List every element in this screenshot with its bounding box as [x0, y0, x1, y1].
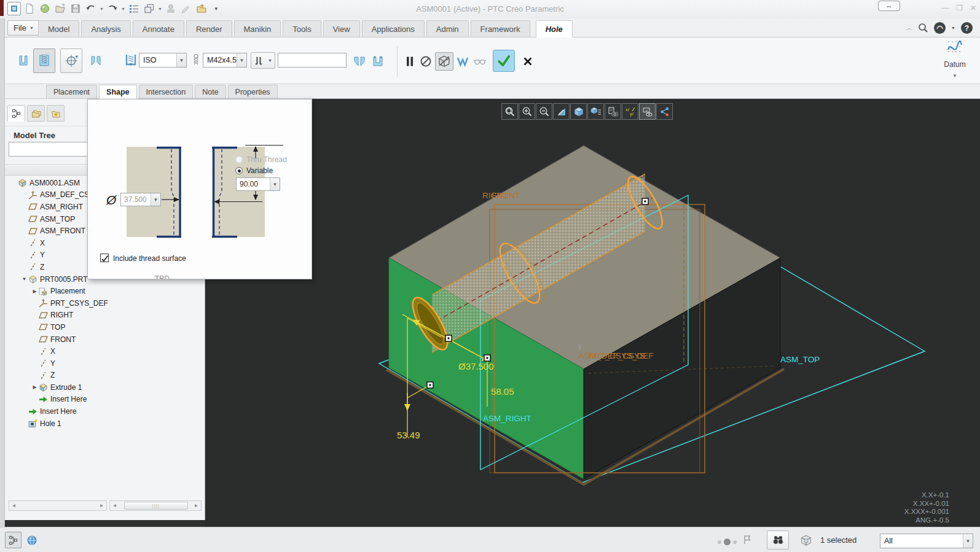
- thread-depth-dropdown-icon[interactable]: ▼: [270, 178, 280, 190]
- help-icon[interactable]: ?: [961, 22, 973, 34]
- ribbon-tab[interactable]: Annotate: [133, 20, 184, 37]
- tree-item[interactable]: RIGHT: [5, 309, 205, 322]
- front-plane-label[interactable]: FRONT: [492, 191, 520, 200]
- folder-browser-tab[interactable]: [27, 105, 45, 122]
- ribbon-tab[interactable]: Analysis: [81, 20, 130, 37]
- ribbon-tab[interactable]: Render: [186, 20, 232, 37]
- depth-value-input[interactable]: [278, 53, 347, 68]
- tree-hscrollbar-right[interactable]: ◄ |||| ►: [109, 500, 202, 511]
- screw-size-combo[interactable]: M42x4.5 ▼: [203, 53, 247, 68]
- feature-preview-button[interactable]: [455, 53, 471, 69]
- datum-sketch-icon[interactable]: [947, 40, 963, 56]
- viewport-toolbar-button[interactable]: [656, 103, 673, 120]
- viewport-toolbar-button[interactable]: [570, 103, 587, 120]
- thru-thread-radio[interactable]: [235, 156, 243, 163]
- flag-icon[interactable]: [742, 534, 753, 545]
- ok-button[interactable]: [493, 50, 515, 72]
- tree-item[interactable]: Z: [5, 370, 205, 382]
- model-tree-tab[interactable]: [7, 105, 25, 122]
- countersink-flip-button[interactable]: [351, 53, 367, 69]
- account-icon[interactable]: ◠: [934, 22, 946, 34]
- no-preview-button[interactable]: [418, 53, 434, 69]
- ribbon-tab[interactable]: Framework: [471, 20, 530, 37]
- asm-top-label[interactable]: ASM_TOP: [780, 355, 820, 364]
- redo-icon[interactable]: [106, 2, 119, 15]
- web-browser-button[interactable]: [23, 532, 40, 548]
- threaded-hole-button[interactable]: [33, 49, 55, 73]
- save-icon[interactable]: [69, 2, 82, 15]
- 3d-scene[interactable]: Ø37.500 58.05 53.49: [205, 99, 980, 527]
- tree-item[interactable]: Insert Here: [5, 394, 205, 406]
- dim-offset-label[interactable]: 53.49: [397, 430, 420, 440]
- windows-icon[interactable]: [143, 2, 156, 15]
- thread-depth-combo[interactable]: 90.00 ▼: [236, 177, 280, 191]
- selection-filter-combo[interactable]: All ▼: [880, 534, 973, 548]
- tree-hscrollbar-left[interactable]: ◄ ►: [9, 500, 107, 511]
- toolbar-overflow-icon[interactable]: ▼: [214, 6, 219, 12]
- viewport-toolbar-button[interactable]: [639, 103, 656, 120]
- search-icon[interactable]: [918, 23, 928, 33]
- thread-series-dropdown-icon[interactable]: ▼: [176, 53, 186, 67]
- new-file-icon[interactable]: [23, 2, 36, 15]
- cancel-button[interactable]: [520, 53, 536, 69]
- account-dropdown-icon[interactable]: ▼: [951, 26, 955, 30]
- depth-option-button[interactable]: ▼: [251, 52, 275, 69]
- scroll-right-icon[interactable]: ►: [97, 503, 106, 508]
- screw-size-dropdown-icon[interactable]: ▼: [237, 53, 246, 67]
- undo-dropdown-icon[interactable]: ▼: [100, 7, 104, 11]
- prt-csys-def-label[interactable]: PRT_CSYS_DEF: [589, 351, 654, 360]
- minimize-button[interactable]: —: [941, 4, 949, 12]
- tree-item[interactable]: FRONT: [5, 333, 205, 346]
- collapse-ribbon-icon[interactable]: ︿: [906, 24, 912, 33]
- favorites-tab[interactable]: [47, 105, 65, 122]
- graphics-viewport[interactable]: Ø37.500 58.05 53.49: [205, 99, 980, 527]
- tree-expand-arrow[interactable]: ▶: [31, 289, 39, 294]
- diameter-dropdown-icon[interactable]: ▼: [151, 193, 160, 206]
- counterbore-button[interactable]: [370, 53, 386, 69]
- edit-icon[interactable]: [179, 2, 193, 15]
- panel-tab[interactable]: Shape: [99, 85, 137, 99]
- ribbon-tab[interactable]: Model: [38, 20, 79, 37]
- scroll-right-icon[interactable]: ►: [192, 503, 201, 508]
- standard-hole-button[interactable]: [86, 51, 106, 71]
- dim-diameter-label[interactable]: Ø37.500: [458, 361, 494, 371]
- variable-radio[interactable]: [235, 167, 243, 174]
- panel-tab[interactable]: Properties: [228, 85, 278, 99]
- sketched-hole-button[interactable]: [60, 49, 82, 73]
- ribbon-tab[interactable]: Manikin: [234, 20, 281, 37]
- redo-dropdown-icon[interactable]: ▼: [121, 7, 125, 11]
- preview-geometry-button[interactable]: [435, 52, 453, 71]
- ribbon-tab[interactable]: Admin: [426, 20, 469, 37]
- thread-series-combo[interactable]: ISO ▼: [139, 53, 187, 68]
- model-tree-toggle-button[interactable]: [5, 532, 22, 548]
- viewport-toolbar-button[interactable]: [501, 103, 518, 120]
- include-thread-checkbox[interactable]: [100, 254, 109, 262]
- tree-expand-arrow[interactable]: ▼: [20, 276, 28, 282]
- tree-item[interactable]: Insert Here: [5, 405, 205, 418]
- viewport-toolbar-button[interactable]: [536, 103, 552, 120]
- viewport-toolbar-button[interactable]: [605, 103, 621, 120]
- asm-right-label[interactable]: ASM_RIGHT: [483, 414, 531, 423]
- title-bar[interactable]: ASM0001 (Active) - PTC Creo Parametric ▼…: [0, 0, 980, 18]
- viewport-toolbar-button[interactable]: [622, 103, 638, 120]
- panel-tab[interactable]: Intersection: [139, 85, 194, 99]
- regenerate-icon[interactable]: [127, 2, 141, 15]
- scrollbar-thumb[interactable]: ||||: [124, 502, 188, 510]
- tree-item[interactable]: Hole 1: [5, 418, 205, 430]
- undo-icon[interactable]: [84, 2, 98, 15]
- tree-item[interactable]: Y: [5, 357, 205, 370]
- folder-up-icon[interactable]: [195, 2, 208, 15]
- material-sphere-icon[interactable]: [38, 2, 52, 15]
- diameter-combo[interactable]: 37.500 ▼: [120, 193, 161, 206]
- open-icon[interactable]: [53, 2, 67, 15]
- viewport-toolbar-button[interactable]: [587, 103, 604, 120]
- restore-button[interactable]: ❐: [956, 4, 963, 12]
- tree-item[interactable]: ▶ Placement: [5, 285, 205, 297]
- tree-item[interactable]: PRT_CSYS_DEF: [5, 297, 205, 309]
- selection-filter-dropdown-icon[interactable]: ▼: [963, 534, 973, 548]
- ribbon-tab[interactable]: Hole: [536, 20, 573, 37]
- close-button[interactable]: ✕: [970, 4, 976, 12]
- app-icon[interactable]: [7, 2, 21, 15]
- window-swap-button[interactable]: ⇔: [878, 1, 900, 11]
- ribbon-tab[interactable]: Tools: [283, 20, 321, 37]
